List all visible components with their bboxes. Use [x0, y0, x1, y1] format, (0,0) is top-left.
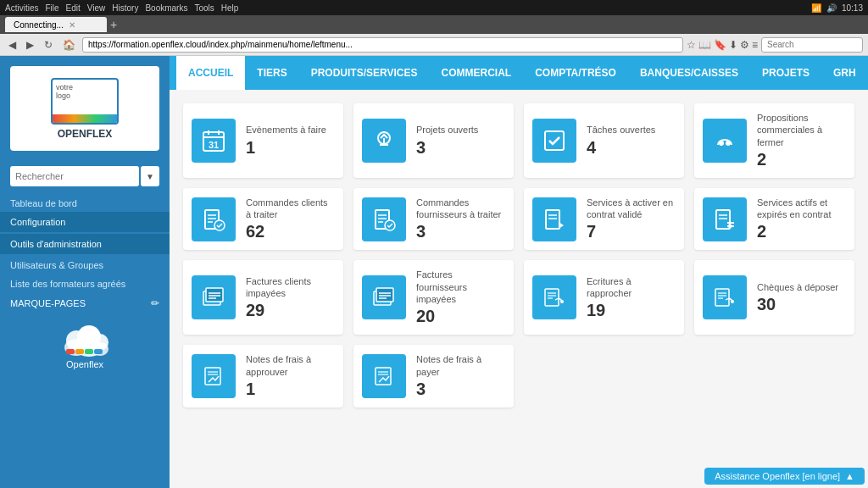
- sidebar-item-label: Liste des formateurs agréés: [10, 279, 125, 289]
- logo-text-logo: logo: [56, 92, 70, 100]
- download-icon[interactable]: ⬇: [729, 39, 737, 51]
- address-bar[interactable]: [82, 37, 683, 53]
- dash-card-cheques[interactable]: Chèques à déposer 30: [694, 260, 854, 335]
- dash-label-9: Factures fournisseurs impayées: [416, 269, 505, 305]
- nav-item-commercial[interactable]: COMMERCIAL: [430, 56, 524, 90]
- dash-label-0: Evènements à faire: [246, 124, 335, 136]
- home-button[interactable]: 🏠: [59, 37, 79, 53]
- dash-icon-ecritures: [532, 275, 576, 319]
- dash-count-3: 2: [757, 150, 846, 169]
- nav-item-compta[interactable]: COMPTA/TRÉSO: [523, 56, 628, 90]
- dash-label-1: Projets ouverts: [416, 124, 505, 136]
- svg-point-54: [731, 300, 734, 303]
- browser-search-input[interactable]: [761, 37, 863, 53]
- dash-info-cmd-fournisseurs: Commandes fournisseurs à traiter 3: [416, 197, 505, 242]
- dash-info-factures-clients: Factures clients impayées 29: [246, 275, 335, 321]
- sidebar-search-button[interactable]: ▼: [141, 166, 159, 186]
- dash-count-8: 29: [246, 301, 335, 320]
- svg-rect-48: [545, 289, 559, 306]
- svg-text:✕: ✕: [727, 223, 733, 230]
- nav-item-tiers[interactable]: TIERS: [245, 56, 298, 90]
- dash-count-1: 3: [416, 138, 505, 158]
- svg-text:31: 31: [209, 140, 219, 150]
- dash-card-notes-payer[interactable]: Notes de frais à payer 3: [353, 345, 514, 408]
- dash-card-taches[interactable]: Tâches ouvertes 4: [524, 103, 684, 178]
- nav-item-grh[interactable]: GRH: [821, 56, 868, 90]
- logo-box: votre logo: [51, 78, 119, 125]
- content-area: ACCUEIL TIERS PRODUITS/SERVICES COMMERCI…: [170, 56, 868, 488]
- nav-item-projets[interactable]: PROJETS: [750, 56, 821, 90]
- dash-icon-notes-payer: [362, 354, 406, 398]
- forward-button[interactable]: ▶: [23, 37, 37, 53]
- svg-point-19: [719, 141, 724, 146]
- os-bar-right: 📶 🔊 10:13: [811, 3, 863, 13]
- os-activities[interactable]: Activities: [5, 3, 38, 13]
- dash-card-notes-approuver[interactable]: Notes de frais à approuver 1: [183, 345, 343, 408]
- marque-pages-label: MARQUE-PAGES: [10, 298, 86, 308]
- dash-card-cmd-fournisseurs[interactable]: Commandes fournisseurs à traiter 3: [353, 188, 514, 251]
- os-view[interactable]: View: [87, 3, 106, 13]
- sidebar-item-utilisateurs[interactable]: Utilisateurs & Groupes: [0, 256, 170, 274]
- os-bookmarks[interactable]: Bookmarks: [145, 3, 187, 13]
- dash-label-12: Notes de frais à approuver: [246, 353, 335, 378]
- svg-rect-8: [85, 349, 93, 354]
- sidebar-item-label: Configuration: [10, 217, 65, 227]
- dash-icon-evenements: 31: [192, 119, 236, 163]
- reader-icon[interactable]: 📖: [698, 39, 711, 51]
- dash-card-factures-fournisseurs[interactable]: Factures fournisseurs impayées 20: [353, 260, 514, 335]
- dash-card-factures-clients[interactable]: Factures clients impayées 29: [183, 260, 343, 335]
- dash-info-propositions: Propositions commerciales à fermer 2: [757, 112, 846, 169]
- sidebar-item-outils[interactable]: Outils d'administration: [0, 234, 170, 254]
- dash-info-services-expires: Services actifs et expirés en contrat 2: [757, 197, 846, 242]
- bookmark-icon[interactable]: 🔖: [714, 39, 726, 51]
- os-help[interactable]: Help: [221, 3, 239, 13]
- back-button[interactable]: ◀: [5, 37, 19, 53]
- new-tab-button[interactable]: +: [110, 18, 117, 31]
- cloud-name-label: Openflex: [66, 359, 103, 369]
- dash-card-cmd-clients[interactable]: Commandes clients à traiter 62: [183, 188, 343, 251]
- dash-label-13: Notes de frais à payer: [416, 353, 505, 378]
- settings-icon[interactable]: ⚙: [740, 39, 749, 51]
- logo-colorbar: [53, 114, 117, 123]
- dash-info-ecritures: Ecritures à rapprocher 19: [587, 275, 676, 321]
- tab-close-icon[interactable]: ✕: [69, 20, 75, 30]
- dash-card-services-expires[interactable]: ✕ Services actifs et expirés en contrat …: [694, 188, 854, 251]
- dash-label-2: Tâches ouvertes: [587, 124, 676, 136]
- dash-icon-cheques: [703, 275, 747, 319]
- dash-info-taches: Tâches ouvertes 4: [587, 124, 676, 157]
- svg-rect-11: [203, 136, 224, 138]
- os-tools[interactable]: Tools: [194, 3, 214, 13]
- dash-card-propositions[interactable]: Propositions commerciales à fermer 2: [694, 103, 854, 178]
- dash-card-ecritures[interactable]: Ecritures à rapprocher 19: [524, 260, 684, 335]
- dash-icon-taches: [532, 119, 576, 163]
- sidebar-item-configuration[interactable]: Configuration: [0, 212, 170, 232]
- dash-card-projets[interactable]: Projets ouverts 3: [353, 103, 514, 178]
- menu-icon[interactable]: ≡: [752, 39, 758, 51]
- sidebar-item-formateurs[interactable]: Liste des formateurs agréés: [0, 274, 170, 293]
- sidebar-search-input[interactable]: [10, 166, 139, 186]
- dashboard-grid: 31 Evènements à faire 1: [183, 103, 854, 408]
- dash-label-8: Factures clients impayées: [246, 275, 335, 300]
- nav-item-produits[interactable]: PRODUITS/SERVICES: [299, 56, 430, 90]
- marque-pages-edit-icon[interactable]: ✏: [151, 297, 159, 309]
- dash-label-10: Ecritures à rapprocher: [587, 275, 676, 300]
- dash-info-services-activer: Services à activer en contrat validé 7: [587, 197, 676, 242]
- dash-card-evenements[interactable]: 31 Evènements à faire 1: [183, 103, 343, 178]
- os-history[interactable]: History: [112, 3, 138, 13]
- sidebar-section-title: Tableau de bord: [0, 191, 170, 212]
- nav-item-banques[interactable]: BANQUES/CAISSES: [628, 56, 750, 90]
- nav-item-accueil[interactable]: ACCUEIL: [176, 56, 245, 90]
- star-icon[interactable]: ☆: [687, 39, 696, 51]
- assistance-button[interactable]: Assistance Openflex [en ligne] ▲: [704, 468, 865, 485]
- os-edit[interactable]: Edit: [66, 3, 81, 13]
- refresh-button[interactable]: ↻: [41, 37, 56, 53]
- dash-info-projets: Projets ouverts 3: [416, 124, 505, 157]
- os-file[interactable]: File: [45, 3, 58, 13]
- dash-icon-propositions: [703, 119, 747, 163]
- browser-tab[interactable]: Connecting... ✕: [5, 17, 107, 32]
- dash-card-services-activer[interactable]: Services à activer en contrat validé 7: [524, 188, 684, 251]
- dash-count-6: 7: [587, 222, 676, 241]
- sidebar-search-area: ▼: [0, 161, 170, 191]
- nav-icons: ☆ 📖 🔖 ⬇ ⚙ ≡: [687, 39, 758, 51]
- dash-count-13: 3: [416, 380, 505, 399]
